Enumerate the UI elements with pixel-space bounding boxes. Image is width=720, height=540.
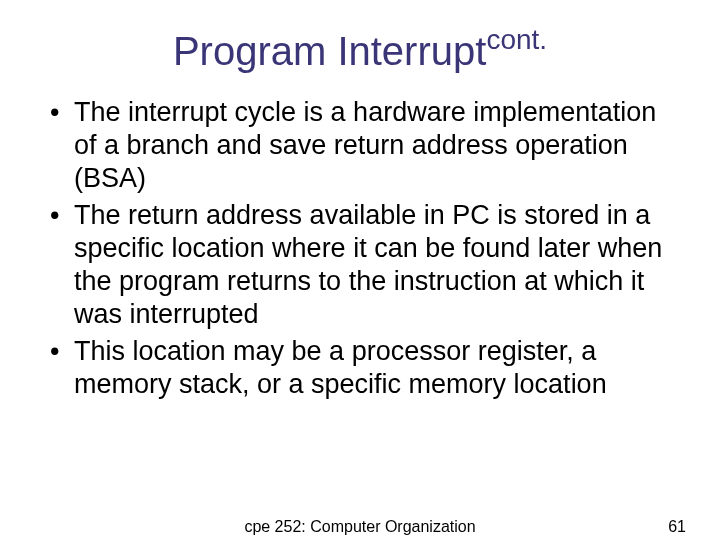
slide: Program Interruptcont. The interrupt cyc… [0,0,720,540]
list-item: This location may be a processor registe… [50,335,680,401]
slide-title: Program Interruptcont. [40,26,680,74]
bullet-list: The interrupt cycle is a hardware implem… [40,96,680,400]
list-item: The interrupt cycle is a hardware implem… [50,96,680,195]
list-item: The return address available in PC is st… [50,199,680,331]
title-superscript: cont. [486,24,547,55]
footer-course: cpe 252: Computer Organization [244,518,475,536]
title-main: Program Interrupt [173,29,486,73]
page-number: 61 [668,518,686,536]
